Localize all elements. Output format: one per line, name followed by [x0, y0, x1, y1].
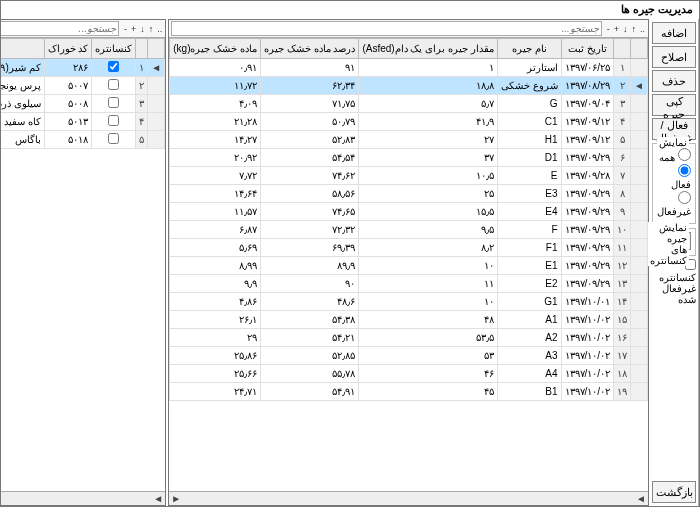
- table-row[interactable]: ۱۹۱۳۹۷/۱۰/۰۲B1۴۵۵۴٫۹۱۲۴٫۷۱: [170, 383, 648, 401]
- table-row[interactable]: ۱۱۱۳۹۷/۰۹/۲۹F1۸٫۲۶۹٫۳۹۵٫۶۹: [170, 239, 648, 257]
- table-row[interactable]: ۸۱۳۹۷/۰۹/۲۹E3۲۵۵۸٫۵۶۱۴٫۶۴: [170, 185, 648, 203]
- column-header[interactable]: کنسانتره: [92, 39, 136, 59]
- table-row[interactable]: ۱۸۱۳۹۷/۱۰/۰۲A4۴۶۵۵٫۷۸۲۵٫۶۶: [170, 365, 648, 383]
- column-header[interactable]: مقدار جیره برای یک دام(Asfed): [359, 39, 497, 59]
- nav-plus-icon[interactable]: +: [613, 24, 620, 34]
- nav-down-icon[interactable]: ↓: [139, 24, 146, 34]
- concentrate-checkbox[interactable]: [108, 61, 119, 72]
- table-row[interactable]: ۴۱۳۹۷/۰۹/۱۲C1۴۱٫۹۵۰٫۷۹۲۱٫۲۸: [170, 113, 648, 131]
- display-filter-group: نمایش همه فعال غیرفعال: [652, 143, 696, 224]
- radio-all[interactable]: همه: [657, 148, 691, 163]
- concentrate-checkbox[interactable]: [108, 115, 119, 126]
- column-header[interactable]: ماده خشک جیره(kg): [170, 39, 261, 59]
- nav-minus-icon[interactable]: -: [606, 24, 611, 34]
- table-row[interactable]: ۶۱۳۹۷/۰۹/۲۹D1۳۷۵۴٫۵۴۲۰٫۹۲: [170, 149, 648, 167]
- nav-down-icon[interactable]: ↓: [622, 24, 629, 34]
- nav-minus-icon[interactable]: -: [123, 24, 128, 34]
- table-row[interactable]: ۱۴۱۳۹۷/۱۰/۰۱G1۱۰۴۸٫۶۴٫۸۶: [170, 293, 648, 311]
- nav-more-icon[interactable]: ..: [156, 24, 163, 34]
- table-row[interactable]: ۷۱۳۹۷/۰۹/۲۸E۱۰٫۵۷۴٫۶۲۷٫۷۲: [170, 167, 648, 185]
- table-row[interactable]: ۱۲۱۳۹۷/۰۹/۲۹E1۱۰۸۹٫۹۸٫۹۹: [170, 257, 648, 275]
- nav-up-icon[interactable]: ↑: [148, 24, 155, 34]
- table-row[interactable]: ۵۱۳۹۷/۰۹/۱۲H1۲۷۵۲٫۸۳۱۴٫۲۷: [170, 131, 648, 149]
- table-row[interactable]: ۱۱۳۹۷/۰۶/۲۵استارتر۱۹۱۰٫۹۱: [170, 59, 648, 77]
- table-row[interactable]: ۳۵۰۰۸سیلوی ذرت: [0, 95, 165, 113]
- column-header[interactable]: کد خوراک: [44, 39, 92, 59]
- concentrate-filter-group: نمایش جیره های کنسانتره: [652, 228, 696, 256]
- table-row[interactable]: ۱۰۱۳۹۷/۰۹/۲۹F۹٫۵۷۲٫۳۲۶٫۸۷: [170, 221, 648, 239]
- rations-panel: .. ↑ ↓ + - تاریخ ثبتنام جیرهمقدار جیره ب…: [168, 19, 649, 506]
- concentrate-checkbox[interactable]: [108, 97, 119, 108]
- nav-buttons: .. ↑ ↓ + -: [604, 24, 648, 34]
- nav-more-icon[interactable]: ..: [639, 24, 646, 34]
- feeds-hscroll[interactable]: ◄►: [0, 491, 165, 505]
- column-header[interactable]: [0, 39, 44, 59]
- delete-button[interactable]: حذف: [652, 70, 696, 92]
- concentrate-checkbox[interactable]: [108, 133, 119, 144]
- table-row[interactable]: ۵۵۰۱۸باگاس: [0, 131, 165, 149]
- nav-up-icon[interactable]: ↑: [630, 24, 637, 34]
- column-header[interactable]: درصد ماده خشک جیره: [261, 39, 359, 59]
- feeds-grid[interactable]: کنسانترهکد خوراک ◄۱۲۸۶کم شیر(۱۳۹۷/۰۸/۲۹)…: [0, 38, 165, 149]
- add-button[interactable]: اضافه: [652, 22, 696, 44]
- rations-search-input[interactable]: [171, 21, 601, 36]
- nav-plus-icon[interactable]: +: [130, 24, 137, 34]
- column-header[interactable]: تاریخ ثبت: [561, 39, 614, 59]
- table-row[interactable]: ◄۱۲۸۶کم شیر(۱۳۹۷/۰۸/۲۹): [0, 59, 165, 77]
- table-row[interactable]: ۲۵۰۰۷پرس یونجه: [0, 77, 165, 95]
- feeds-search-input[interactable]: [0, 21, 119, 36]
- rations-hscroll[interactable]: ◄►: [169, 491, 648, 505]
- action-sidebar: اضافه اصلاح حذف کپی جیره انتخابی فعال / …: [650, 19, 699, 506]
- table-row[interactable]: ۹۱۳۹۷/۰۹/۲۹E4۱۵٫۵۷۴٫۶۵۱۱٫۵۷: [170, 203, 648, 221]
- column-header[interactable]: نام جیره: [497, 39, 561, 59]
- feeds-panel: .. ↑ ↓ + - کنسانترهکد خوراک ◄۱۲۸۶کم شیر(…: [0, 19, 166, 506]
- radio-active[interactable]: فعال: [657, 164, 691, 190]
- concentrate-checkbox[interactable]: [108, 79, 119, 90]
- rations-grid[interactable]: تاریخ ثبتنام جیرهمقدار جیره برای یک دام(…: [169, 38, 648, 401]
- table-row[interactable]: ۳۱۳۹۷/۰۹/۰۴G۵٫۷۷۱٫۷۵۴٫۰۹: [170, 95, 648, 113]
- table-row[interactable]: ۱۶۱۳۹۷/۱۰/۰۲A2۵۳٫۵۵۴٫۲۱۲۹: [170, 329, 648, 347]
- table-row[interactable]: ۱۷۱۳۹۷/۱۰/۰۲A3۵۳۵۲٫۸۵۲۵٫۸۶: [170, 347, 648, 365]
- table-row[interactable]: ۱۳۱۳۹۷/۰۹/۲۹E2۱۱۹۰۹٫۹: [170, 275, 648, 293]
- radio-inactive[interactable]: غیرفعال: [657, 191, 691, 217]
- table-row[interactable]: ◄۲۱۳۹۷/۰۸/۲۹شروع خشکی۱۸٫۸۶۲٫۳۴۱۱٫۷۲: [170, 77, 648, 95]
- edit-button[interactable]: اصلاح: [652, 46, 696, 68]
- back-button[interactable]: بازگشت: [652, 481, 696, 503]
- window-title: مدیریت جیره ها: [1, 1, 699, 19]
- copy-button[interactable]: کپی جیره انتخابی: [652, 94, 696, 116]
- table-row[interactable]: ۱۵۱۳۹۷/۱۰/۰۲A1۴۸۵۴٫۳۸۲۶٫۱: [170, 311, 648, 329]
- table-row[interactable]: ۴۵۰۱۳کاه سفید: [0, 113, 165, 131]
